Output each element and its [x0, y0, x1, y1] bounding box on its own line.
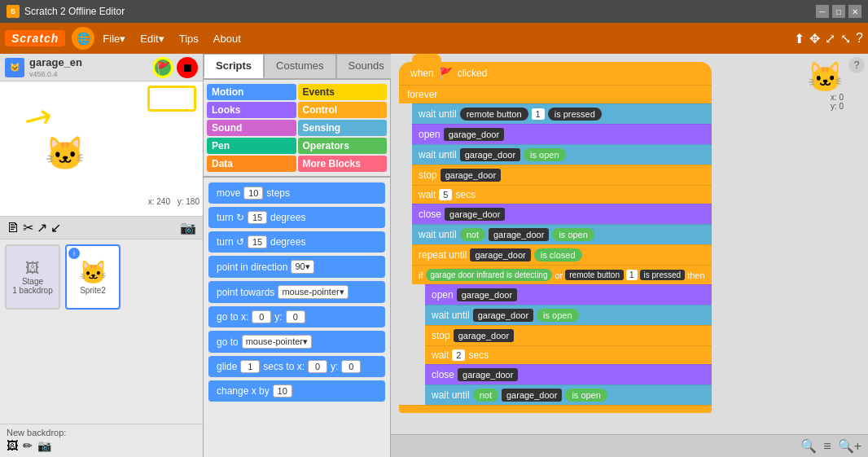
stop-button[interactable]: ⏹ — [177, 57, 198, 78]
block-repeat-until[interactable]: repeat until garage_door is closed — [412, 244, 712, 265]
tab-sounds[interactable]: Sounds — [336, 54, 397, 78]
hat-bump — [412, 54, 441, 65]
block-close-1[interactable]: close garage_door — [412, 204, 712, 224]
backdrop-camera-icon[interactable]: 📷 — [37, 439, 51, 452]
categories-section: Motion Events Looks Control Sound Sensin… — [204, 80, 390, 176]
block-goto-xy[interactable]: go to x: 0 y: 0 — [208, 306, 385, 327]
menu-tips[interactable]: Tips — [173, 29, 205, 48]
block-turn-ccw[interactable]: turn ↺ 15 degrees — [208, 231, 385, 253]
version-label: v456.0.4 — [29, 70, 82, 78]
block-glide[interactable]: glide 1 secs to x: 0 y: 0 — [208, 356, 385, 377]
block-if-infrared[interactable]: if garage door infrared is detecting or … — [412, 265, 712, 284]
cut-tool[interactable]: ✂ — [23, 220, 33, 235]
x-coord: x: 240 — [148, 197, 170, 206]
move-icon[interactable]: ✥ — [809, 31, 820, 46]
menu-file[interactable]: File▾ — [96, 29, 132, 48]
block-open-1[interactable]: open garage_door — [412, 124, 712, 144]
camera-tool[interactable]: 📷 — [180, 220, 196, 235]
forever-block[interactable]: forever — [399, 85, 712, 103]
cat-events[interactable]: Events — [298, 84, 388, 100]
blocks-panel: Scripts Costumes Sounds Motion Events Lo… — [204, 54, 391, 457]
block-close-2[interactable]: close garage_door — [425, 364, 712, 384]
menu-edit[interactable]: Edit▾ — [134, 29, 170, 48]
cat-data[interactable]: Data — [207, 156, 296, 172]
block-wait-garage-open[interactable]: wait until garage_door is open — [412, 144, 712, 165]
stage-sprite: 🐱 — [45, 134, 85, 173]
block-stop-2[interactable]: stop garage_door — [425, 325, 712, 345]
hat-block[interactable]: when 🚩 clicked — [399, 62, 712, 85]
menubar: Scratch 🌐 File▾ Edit▾ Tips About ⬆ ✥ ⤢ ⤡… — [0, 23, 868, 54]
block-point-direction[interactable]: point in direction 90▾ — [208, 256, 385, 278]
cat-pen[interactable]: Pen — [207, 138, 296, 154]
forever-body: wait until remote button 1 is pressed op… — [412, 103, 712, 405]
close-button[interactable]: ✕ — [848, 5, 861, 18]
main-script: when 🚩 clicked forever wait until remote… — [399, 62, 712, 413]
minimize-button[interactable]: ─ — [816, 5, 829, 18]
cat-sound[interactable]: Sound — [207, 120, 296, 136]
stage-label: Stage — [22, 277, 43, 286]
green-flag-icon: 🚩 — [439, 67, 453, 80]
stage-icon: 🖼 — [25, 260, 40, 277]
block-stop[interactable]: stop garage_door — [412, 165, 712, 185]
shrink-tool[interactable]: ↙ — [50, 220, 61, 235]
menubar-right: ⬆ ✥ ⤢ ⤡ ? — [794, 31, 863, 46]
stage-area: 🐱 garage_en v456.0.4 🚩 ⏹ ↗ 🐱 — [0, 54, 203, 217]
block-change-x[interactable]: change x by 10 — [208, 380, 385, 402]
app-icon: S — [7, 5, 20, 18]
titlebar: S Scratch 2 Offline Editor ─ □ ✕ — [0, 0, 868, 23]
block-wait-2[interactable]: wait until garage_door is open — [425, 305, 712, 325]
y-coord: y: 180 — [178, 197, 199, 206]
scripts-bottom: 🔍 ≡ 🔍+ — [391, 434, 868, 457]
stage-backdrop: 1 backdrop — [12, 286, 52, 295]
zoom-out-button[interactable]: 🔍 — [800, 438, 817, 454]
cat-sensing[interactable]: Sensing — [298, 120, 388, 136]
help-button[interactable]: ? — [848, 57, 865, 73]
shrink-icon[interactable]: ⤡ — [840, 31, 851, 46]
coord-display: x: 240 y: 180 — [148, 197, 199, 206]
block-wait-not-open[interactable]: wait until not garage_door is open — [412, 224, 712, 244]
new-backdrop-label: New backdrop: — [7, 428, 196, 437]
sprite-thumbnail: 🐱 — [5, 58, 24, 77]
cat-operators[interactable]: Operators — [298, 138, 388, 154]
block-turn-cw[interactable]: turn ↻ 15 degrees — [208, 207, 385, 228]
block-wait-5[interactable]: wait 5 secs — [412, 185, 712, 204]
green-flag-button[interactable]: 🚩 — [152, 57, 173, 78]
sprite-tools: 🖹 ✂ ↗ ↙ 📷 — [0, 217, 203, 239]
cat-more[interactable]: More Blocks — [298, 156, 388, 172]
grow-tool[interactable]: ↗ — [37, 220, 47, 235]
cat-decoration: 🐱 — [807, 60, 844, 94]
help-icon[interactable]: ? — [856, 31, 863, 46]
titlebar-left: S Scratch 2 Offline Editor — [7, 5, 125, 18]
block-open-2[interactable]: open garage_door — [425, 284, 712, 305]
backdrop-edit-icon[interactable]: ✏ — [23, 439, 33, 452]
backdrop-image-icon[interactable]: 🖼 — [7, 439, 18, 452]
expand-icon[interactable]: ⤢ — [825, 31, 835, 46]
tabs: Scripts Costumes Sounds — [204, 54, 390, 80]
globe-icon[interactable]: 🌐 — [72, 27, 94, 50]
tab-scripts[interactable]: Scripts — [204, 54, 264, 78]
block-move[interactable]: move 10 steps — [208, 182, 385, 204]
backdrop-tools: 🖼 ✏ 📷 — [7, 437, 196, 454]
upload-icon[interactable]: ⬆ — [794, 31, 804, 46]
main-layout: 🐱 garage_en v456.0.4 🚩 ⏹ ↗ 🐱 — [0, 54, 868, 457]
highlight-box — [147, 86, 196, 112]
block-wait-2secs[interactable]: wait 2 secs — [425, 345, 712, 364]
cat-looks[interactable]: Looks — [207, 102, 296, 118]
block-wait-not-open-2[interactable]: wait until not garage_door is open — [425, 384, 712, 405]
cat-motion[interactable]: Motion — [207, 84, 296, 100]
menu-about[interactable]: About — [207, 29, 248, 48]
sprite2-label: Sprite2 — [80, 286, 106, 295]
block-wait-until-1[interactable]: wait until remote button 1 is pressed — [412, 103, 712, 124]
scripts-canvas[interactable]: ? 🐱 x: 0y: 0 when 🚩 clicked forever — [391, 54, 868, 434]
zoom-fit-button[interactable]: ≡ — [823, 439, 831, 454]
tab-costumes[interactable]: Costumes — [264, 54, 336, 78]
stage-controls: 🚩 ⏹ — [152, 57, 198, 78]
maximize-button[interactable]: □ — [832, 5, 845, 18]
block-point-towards[interactable]: point towards mouse-pointer▾ — [208, 281, 385, 303]
stamp-tool[interactable]: 🖹 — [7, 221, 20, 235]
zoom-in-button[interactable]: 🔍+ — [838, 438, 861, 454]
sprite2-card[interactable]: i 🐱 Sprite2 — [65, 244, 121, 310]
block-goto-mouse[interactable]: go to mouse-pointer▾ — [208, 331, 385, 353]
cat-control[interactable]: Control — [298, 102, 388, 118]
stage-card[interactable]: 🖼 Stage 1 backdrop — [5, 244, 60, 310]
